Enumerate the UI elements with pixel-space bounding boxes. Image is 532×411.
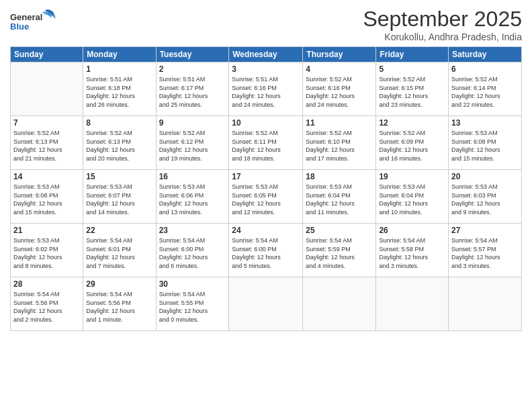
day-number: 26	[379, 226, 445, 235]
day-info: Sunrise: 5:51 AM Sunset: 6:16 PM Dayligh…	[232, 75, 300, 109]
logo: General Blue	[10, 7, 64, 37]
day-info: Sunrise: 5:52 AM Sunset: 6:14 PM Dayligh…	[451, 75, 519, 109]
day-number: 24	[232, 226, 300, 235]
weekday-wednesday: Wednesday	[229, 47, 303, 62]
day-number: 20	[451, 172, 519, 181]
calendar-cell: 4Sunrise: 5:52 AM Sunset: 6:16 PM Daylig…	[303, 62, 376, 116]
calendar-cell: 29Sunrise: 5:54 AM Sunset: 5:56 PM Dayli…	[83, 277, 156, 331]
calendar-cell: 1Sunrise: 5:51 AM Sunset: 6:18 PM Daylig…	[83, 62, 156, 116]
calendar-cell: 16Sunrise: 5:53 AM Sunset: 6:06 PM Dayli…	[156, 170, 229, 224]
weekday-header-row: SundayMondayTuesdayWednesdayThursdayFrid…	[11, 47, 522, 62]
week-row-1: 1Sunrise: 5:51 AM Sunset: 6:18 PM Daylig…	[11, 62, 522, 116]
day-number: 7	[13, 118, 80, 128]
day-info: Sunrise: 5:52 AM Sunset: 6:16 PM Dayligh…	[306, 75, 373, 109]
day-number: 9	[159, 118, 226, 128]
calendar-cell: 9Sunrise: 5:52 AM Sunset: 6:12 PM Daylig…	[156, 116, 229, 170]
weekday-saturday: Saturday	[449, 47, 522, 62]
day-number: 29	[86, 279, 152, 289]
day-number: 19	[379, 172, 445, 181]
calendar-cell	[449, 277, 522, 331]
calendar-cell: 14Sunrise: 5:53 AM Sunset: 6:08 PM Dayli…	[11, 170, 83, 224]
calendar-cell: 10Sunrise: 5:52 AM Sunset: 6:11 PM Dayli…	[229, 116, 303, 170]
calendar-cell	[376, 277, 449, 331]
calendar-cell	[229, 277, 303, 331]
day-info: Sunrise: 5:54 AM Sunset: 5:56 PM Dayligh…	[13, 290, 80, 324]
calendar-cell: 17Sunrise: 5:53 AM Sunset: 6:05 PM Dayli…	[229, 170, 303, 224]
day-number: 1	[86, 64, 152, 74]
week-row-4: 21Sunrise: 5:53 AM Sunset: 6:02 PM Dayli…	[11, 224, 522, 277]
day-number: 8	[86, 118, 152, 128]
calendar-cell	[11, 62, 83, 116]
day-number: 23	[159, 226, 226, 235]
calendar-cell: 25Sunrise: 5:54 AM Sunset: 5:59 PM Dayli…	[303, 224, 376, 277]
weekday-sunday: Sunday	[11, 47, 83, 62]
calendar-cell: 8Sunrise: 5:52 AM Sunset: 6:13 PM Daylig…	[83, 116, 156, 170]
day-info: Sunrise: 5:54 AM Sunset: 6:00 PM Dayligh…	[232, 236, 300, 270]
day-number: 28	[13, 279, 80, 289]
day-info: Sunrise: 5:54 AM Sunset: 6:00 PM Dayligh…	[159, 236, 226, 270]
calendar-cell: 3Sunrise: 5:51 AM Sunset: 6:16 PM Daylig…	[229, 62, 303, 116]
day-info: Sunrise: 5:53 AM Sunset: 6:04 PM Dayligh…	[379, 183, 445, 216]
calendar-cell: 6Sunrise: 5:52 AM Sunset: 6:14 PM Daylig…	[449, 62, 522, 116]
day-info: Sunrise: 5:52 AM Sunset: 6:09 PM Dayligh…	[379, 129, 445, 163]
calendar: SundayMondayTuesdayWednesdayThursdayFrid…	[10, 46, 522, 331]
day-info: Sunrise: 5:54 AM Sunset: 5:56 PM Dayligh…	[86, 290, 152, 324]
day-number: 5	[379, 64, 445, 74]
day-info: Sunrise: 5:52 AM Sunset: 6:11 PM Dayligh…	[232, 129, 300, 163]
day-info: Sunrise: 5:52 AM Sunset: 6:10 PM Dayligh…	[306, 129, 373, 163]
day-info: Sunrise: 5:54 AM Sunset: 5:55 PM Dayligh…	[159, 290, 226, 324]
day-info: Sunrise: 5:53 AM Sunset: 6:08 PM Dayligh…	[13, 183, 80, 216]
day-info: Sunrise: 5:54 AM Sunset: 5:59 PM Dayligh…	[306, 236, 373, 270]
calendar-cell: 7Sunrise: 5:52 AM Sunset: 6:13 PM Daylig…	[11, 116, 83, 170]
calendar-cell: 12Sunrise: 5:52 AM Sunset: 6:09 PM Dayli…	[376, 116, 449, 170]
day-number: 15	[86, 172, 152, 181]
day-info: Sunrise: 5:52 AM Sunset: 6:13 PM Dayligh…	[13, 129, 80, 163]
day-number: 18	[306, 172, 373, 181]
day-info: Sunrise: 5:53 AM Sunset: 6:08 PM Dayligh…	[451, 129, 519, 163]
weekday-thursday: Thursday	[303, 47, 376, 62]
day-number: 2	[159, 64, 226, 74]
day-info: Sunrise: 5:53 AM Sunset: 6:02 PM Dayligh…	[13, 236, 80, 270]
day-number: 3	[232, 64, 300, 74]
calendar-cell: 23Sunrise: 5:54 AM Sunset: 6:00 PM Dayli…	[156, 224, 229, 277]
day-number: 13	[451, 118, 519, 128]
day-number: 10	[232, 118, 300, 128]
day-info: Sunrise: 5:54 AM Sunset: 6:01 PM Dayligh…	[86, 236, 152, 270]
day-number: 17	[232, 172, 300, 181]
day-info: Sunrise: 5:52 AM Sunset: 6:13 PM Dayligh…	[86, 129, 152, 163]
calendar-cell: 28Sunrise: 5:54 AM Sunset: 5:56 PM Dayli…	[11, 277, 83, 331]
calendar-cell: 22Sunrise: 5:54 AM Sunset: 6:01 PM Dayli…	[83, 224, 156, 277]
calendar-cell: 2Sunrise: 5:51 AM Sunset: 6:17 PM Daylig…	[156, 62, 229, 116]
day-number: 6	[451, 64, 519, 74]
day-number: 27	[451, 226, 519, 235]
calendar-cell	[303, 277, 376, 331]
calendar-cell: 20Sunrise: 5:53 AM Sunset: 6:03 PM Dayli…	[449, 170, 522, 224]
calendar-cell: 30Sunrise: 5:54 AM Sunset: 5:55 PM Dayli…	[156, 277, 229, 331]
day-info: Sunrise: 5:53 AM Sunset: 6:04 PM Dayligh…	[306, 183, 373, 216]
day-number: 4	[306, 64, 373, 74]
day-number: 30	[159, 279, 226, 289]
day-info: Sunrise: 5:54 AM Sunset: 5:57 PM Dayligh…	[451, 236, 519, 270]
day-number: 22	[86, 226, 152, 235]
day-info: Sunrise: 5:53 AM Sunset: 6:03 PM Dayligh…	[451, 183, 519, 216]
day-info: Sunrise: 5:53 AM Sunset: 6:05 PM Dayligh…	[232, 183, 300, 216]
weekday-monday: Monday	[83, 47, 156, 62]
day-number: 25	[306, 226, 373, 235]
week-row-2: 7Sunrise: 5:52 AM Sunset: 6:13 PM Daylig…	[11, 116, 522, 170]
calendar-cell: 13Sunrise: 5:53 AM Sunset: 6:08 PM Dayli…	[449, 116, 522, 170]
day-number: 16	[159, 172, 226, 181]
location: Korukollu, Andhra Pradesh, India	[363, 32, 522, 42]
calendar-cell: 26Sunrise: 5:54 AM Sunset: 5:58 PM Dayli…	[376, 224, 449, 277]
calendar-cell: 27Sunrise: 5:54 AM Sunset: 5:57 PM Dayli…	[449, 224, 522, 277]
title-block: September 2025 Korukollu, Andhra Pradesh…	[363, 7, 522, 42]
calendar-cell: 5Sunrise: 5:52 AM Sunset: 6:15 PM Daylig…	[376, 62, 449, 116]
calendar-cell: 19Sunrise: 5:53 AM Sunset: 6:04 PM Dayli…	[376, 170, 449, 224]
weekday-friday: Friday	[376, 47, 449, 62]
day-number: 11	[306, 118, 373, 128]
svg-text:General: General	[10, 12, 42, 22]
week-row-3: 14Sunrise: 5:53 AM Sunset: 6:08 PM Dayli…	[11, 170, 522, 224]
day-info: Sunrise: 5:53 AM Sunset: 6:06 PM Dayligh…	[159, 183, 226, 216]
day-info: Sunrise: 5:52 AM Sunset: 6:15 PM Dayligh…	[379, 75, 445, 109]
day-number: 12	[379, 118, 445, 128]
calendar-cell: 15Sunrise: 5:53 AM Sunset: 6:07 PM Dayli…	[83, 170, 156, 224]
